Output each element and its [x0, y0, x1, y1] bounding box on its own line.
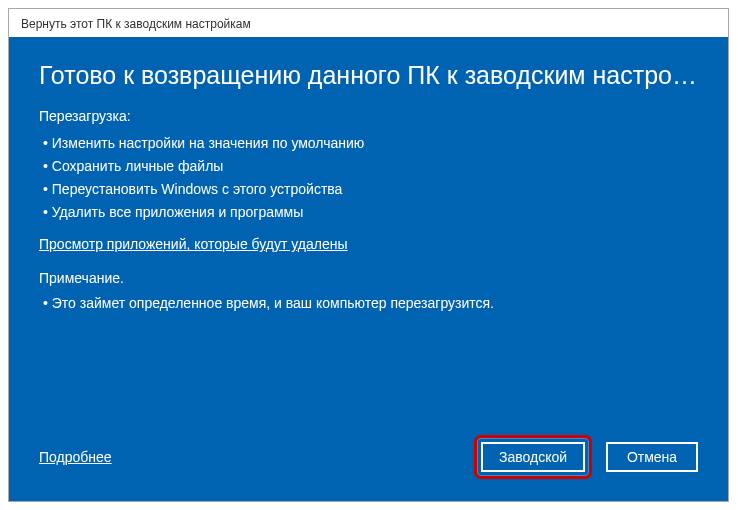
- list-item: Удалить все приложения и программы: [39, 201, 698, 224]
- cancel-button[interactable]: Отмена: [606, 442, 698, 472]
- button-row: Заводской Отмена: [474, 435, 698, 479]
- window-title: Вернуть этот ПК к заводским настройкам: [9, 9, 728, 37]
- dialog-heading: Готово к возвращению данного ПК к заводс…: [39, 61, 698, 90]
- dialog-body: Готово к возвращению данного ПК к заводс…: [9, 37, 728, 501]
- list-item: Сохранить личные файлы: [39, 155, 698, 178]
- dialog-window: Вернуть этот ПК к заводским настройкам Г…: [8, 8, 729, 502]
- list-item: Это займет определенное время, и ваш ком…: [39, 292, 698, 315]
- note-heading: Примечание.: [39, 270, 698, 286]
- note-list: Это займет определенное время, и ваш ком…: [39, 292, 698, 315]
- list-item: Переустановить Windows с этого устройств…: [39, 178, 698, 201]
- view-apps-link[interactable]: Просмотр приложений, которые будут удале…: [39, 236, 698, 252]
- learn-more-link[interactable]: Подробнее: [39, 449, 112, 465]
- highlight-box: Заводской: [474, 435, 592, 479]
- reboot-label: Перезагрузка:: [39, 108, 698, 124]
- reset-button[interactable]: Заводской: [481, 442, 585, 472]
- dialog-footer: Подробнее Заводской Отмена: [39, 435, 698, 479]
- actions-list: Изменить настройки на значения по умолча…: [39, 132, 698, 224]
- list-item: Изменить настройки на значения по умолча…: [39, 132, 698, 155]
